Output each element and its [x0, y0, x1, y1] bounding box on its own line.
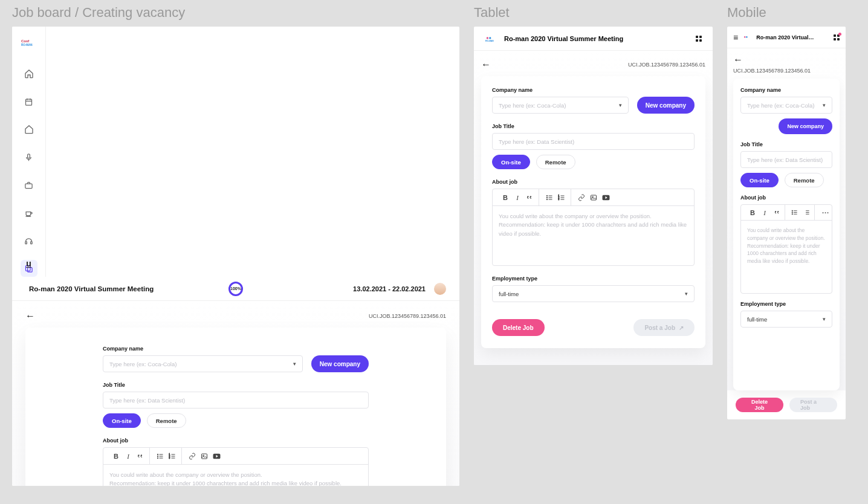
- new-company-button[interactable]: New company: [779, 118, 832, 134]
- nav-mic-icon[interactable]: [21, 149, 37, 166]
- label-about: About job: [740, 195, 832, 201]
- svg-text:3: 3: [169, 457, 170, 459]
- desktop-frame: Conf RO-MAN: [12, 27, 459, 486]
- bold-icon[interactable]: B: [111, 451, 121, 462]
- onsite-toggle[interactable]: On-site: [103, 413, 141, 428]
- vacancy-card: Company name Type here (ex: Coca-Cola) ▾…: [481, 76, 705, 348]
- italic-icon[interactable]: I: [759, 207, 770, 218]
- list-ul-icon[interactable]: [544, 192, 555, 203]
- jobtitle-input[interactable]: Type here (ex: Data Scientist): [492, 133, 695, 150]
- delete-job-button[interactable]: Delete Job: [492, 319, 545, 336]
- about-body[interactable]: You could write about the company or ove…: [493, 206, 694, 265]
- new-company-button[interactable]: New company: [637, 97, 695, 114]
- apps-grid-icon[interactable]: [696, 36, 702, 42]
- italic-icon[interactable]: I: [512, 192, 523, 203]
- back-arrow-icon[interactable]: ←: [481, 59, 491, 70]
- quote-icon[interactable]: [771, 207, 782, 218]
- italic-icon[interactable]: I: [123, 451, 134, 462]
- about-editor[interactable]: B I 123: [492, 189, 695, 266]
- back-arrow-icon[interactable]: ←: [733, 54, 743, 65]
- bold-icon[interactable]: B: [747, 207, 758, 218]
- svg-point-22: [546, 197, 548, 198]
- nav-home-icon[interactable]: [21, 65, 37, 82]
- nav-headset-icon[interactable]: [21, 232, 37, 249]
- list-ol-icon[interactable]: 123: [556, 192, 567, 203]
- company-input[interactable]: Type here (ex: Coca-Cola) ▾: [740, 97, 832, 114]
- quote-icon[interactable]: [135, 451, 146, 462]
- label-jobtitle: Job Title: [740, 141, 832, 147]
- back-arrow-icon[interactable]: ←: [25, 311, 35, 321]
- post-job-label: Post a Job: [644, 325, 675, 331]
- svg-point-34: [792, 214, 792, 215]
- nav-coffee-icon[interactable]: [21, 204, 37, 221]
- list-ol-icon[interactable]: [801, 207, 812, 218]
- svg-rect-6: [31, 241, 33, 244]
- company-input[interactable]: Type here (ex: Coca-Cola) ▾: [103, 355, 303, 372]
- video-icon[interactable]: [211, 451, 222, 462]
- jobtitle-placeholder: Type here (ex: Data Scientist): [109, 397, 185, 404]
- remote-toggle[interactable]: Remote: [147, 413, 186, 428]
- external-link-icon: ↗: [679, 325, 684, 331]
- jobtitle-input[interactable]: Type here (ex: Data Scientist): [103, 392, 369, 409]
- list-ul-icon[interactable]: [155, 451, 166, 462]
- bold-icon[interactable]: B: [500, 192, 511, 203]
- avatar[interactable]: [434, 283, 446, 295]
- label-emptype: Employment type: [740, 301, 832, 307]
- link-icon[interactable]: [187, 451, 198, 462]
- nav-calendar-icon[interactable]: [21, 93, 37, 110]
- post-job-button[interactable]: Post a Job: [789, 398, 837, 412]
- editor-toolbar: B I ···: [741, 205, 832, 221]
- video-icon[interactable]: [600, 192, 611, 203]
- about-editor[interactable]: B I: [103, 447, 369, 486]
- company-placeholder: Type here (ex: Coca-Cola): [499, 102, 566, 109]
- svg-point-11: [157, 457, 158, 459]
- remote-toggle[interactable]: Remote: [536, 155, 575, 169]
- app-logo: Conf RO-MAN: [21, 38, 37, 47]
- svg-point-33: [792, 212, 792, 213]
- svg-rect-4: [25, 184, 32, 189]
- list-ol-icon[interactable]: 123: [167, 451, 178, 462]
- jobtitle-placeholder: Type here (ex: Data Scientist): [499, 138, 574, 145]
- employment-type-select[interactable]: full-time ▾: [740, 311, 832, 328]
- nav-home2-icon[interactable]: [21, 121, 37, 138]
- label-about: About job: [492, 179, 695, 185]
- quote-icon[interactable]: [524, 192, 535, 203]
- company-placeholder: Type here (ex: Coca-Cola): [109, 361, 177, 367]
- jobtitle-input[interactable]: Type here (ex: Data Scientist): [740, 151, 832, 168]
- svg-rect-2: [26, 99, 32, 105]
- new-company-button[interactable]: New company: [311, 355, 369, 372]
- menu-icon[interactable]: ≡: [733, 33, 738, 42]
- about-body[interactable]: You could write about the company or ove…: [103, 465, 368, 486]
- about-body[interactable]: You could write about the company or ove…: [741, 221, 832, 293]
- vacancy-card: Company name Type here (ex: Coca-Cola) ▾…: [25, 328, 446, 486]
- app-logo: [743, 34, 753, 40]
- nav-briefcase-icon[interactable]: [21, 176, 37, 193]
- link-icon[interactable]: [576, 192, 587, 203]
- editor-toolbar: B I 123: [493, 189, 694, 206]
- vacancy-card: Company name Type here (ex: Coca-Cola) ▾…: [733, 79, 840, 390]
- image-icon[interactable]: [588, 192, 599, 203]
- post-job-button[interactable]: Post a Job ↗: [633, 319, 695, 336]
- about-editor[interactable]: B I ···: [740, 204, 832, 294]
- employment-type-select[interactable]: full-time ▾: [492, 285, 695, 302]
- company-input[interactable]: Type here (ex: Coca-Cola) ▾: [492, 97, 629, 114]
- event-title: Ro-man 2020 Virtual…: [756, 34, 814, 40]
- onsite-toggle[interactable]: On-site: [492, 155, 530, 169]
- image-icon[interactable]: [199, 451, 210, 462]
- list-ul-icon[interactable]: [789, 207, 800, 218]
- onsite-toggle[interactable]: On-site: [740, 173, 779, 187]
- job-id: UCI.JOB.123456789.123456.01: [733, 68, 840, 74]
- remote-toggle[interactable]: Remote: [785, 173, 824, 187]
- tablet-header: RO-MAN Ro-man 2020 Virtual Summer Meetin…: [474, 27, 713, 51]
- mobile-frame: ≡ Ro-man 2020 Virtual… ← UCI.JOB.1234567…: [727, 27, 846, 419]
- job-id: UCI.JOB.123456789.123456.01: [369, 313, 446, 319]
- delete-job-button[interactable]: Delete Job: [736, 398, 783, 412]
- svg-point-32: [792, 210, 792, 211]
- label-about: About job: [103, 438, 369, 444]
- mobile-header: ≡ Ro-man 2020 Virtual…: [727, 27, 846, 48]
- progress-badge: 100%: [228, 282, 243, 296]
- event-title: Ro-man 2020 Virtual Summer Meeting: [504, 35, 623, 42]
- more-icon[interactable]: ···: [818, 207, 832, 218]
- post-job-label: Post a Job: [800, 399, 826, 411]
- employment-type-value: full-time: [747, 316, 767, 323]
